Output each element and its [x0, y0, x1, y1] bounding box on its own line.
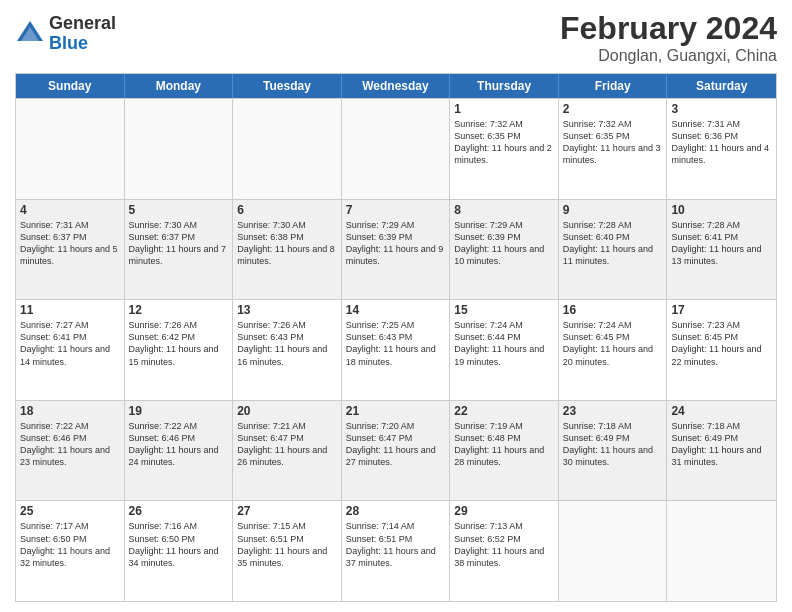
cell-info: Sunrise: 7:14 AM Sunset: 6:51 PM Dayligh… — [346, 520, 446, 569]
day-number: 17 — [671, 303, 772, 317]
cal-cell-5: 5Sunrise: 7:30 AM Sunset: 6:37 PM Daylig… — [125, 200, 234, 300]
cell-info: Sunrise: 7:32 AM Sunset: 6:35 PM Dayligh… — [454, 118, 554, 167]
day-number: 16 — [563, 303, 663, 317]
day-number: 28 — [346, 504, 446, 518]
day-number: 25 — [20, 504, 120, 518]
cell-info: Sunrise: 7:25 AM Sunset: 6:43 PM Dayligh… — [346, 319, 446, 368]
page: General Blue February 2024 Donglan, Guan… — [0, 0, 792, 612]
cal-cell-27: 27Sunrise: 7:15 AM Sunset: 6:51 PM Dayli… — [233, 501, 342, 601]
weekday-header-monday: Monday — [125, 74, 234, 98]
cal-cell-empty-4-5 — [559, 501, 668, 601]
cell-info: Sunrise: 7:32 AM Sunset: 6:35 PM Dayligh… — [563, 118, 663, 167]
cal-cell-26: 26Sunrise: 7:16 AM Sunset: 6:50 PM Dayli… — [125, 501, 234, 601]
weekday-header-thursday: Thursday — [450, 74, 559, 98]
cal-cell-20: 20Sunrise: 7:21 AM Sunset: 6:47 PM Dayli… — [233, 401, 342, 501]
cal-cell-3: 3Sunrise: 7:31 AM Sunset: 6:36 PM Daylig… — [667, 99, 776, 199]
calendar-row-1: 4Sunrise: 7:31 AM Sunset: 6:37 PM Daylig… — [16, 199, 776, 300]
cell-info: Sunrise: 7:20 AM Sunset: 6:47 PM Dayligh… — [346, 420, 446, 469]
cell-info: Sunrise: 7:29 AM Sunset: 6:39 PM Dayligh… — [454, 219, 554, 268]
cell-info: Sunrise: 7:16 AM Sunset: 6:50 PM Dayligh… — [129, 520, 229, 569]
calendar-body: 1Sunrise: 7:32 AM Sunset: 6:35 PM Daylig… — [16, 98, 776, 601]
cell-info: Sunrise: 7:21 AM Sunset: 6:47 PM Dayligh… — [237, 420, 337, 469]
cell-info: Sunrise: 7:26 AM Sunset: 6:43 PM Dayligh… — [237, 319, 337, 368]
cell-info: Sunrise: 7:31 AM Sunset: 6:37 PM Dayligh… — [20, 219, 120, 268]
cal-cell-7: 7Sunrise: 7:29 AM Sunset: 6:39 PM Daylig… — [342, 200, 451, 300]
title-month: February 2024 — [560, 10, 777, 47]
calendar-header: SundayMondayTuesdayWednesdayThursdayFrid… — [16, 74, 776, 98]
cell-info: Sunrise: 7:30 AM Sunset: 6:38 PM Dayligh… — [237, 219, 337, 268]
day-number: 9 — [563, 203, 663, 217]
calendar: SundayMondayTuesdayWednesdayThursdayFrid… — [15, 73, 777, 602]
day-number: 13 — [237, 303, 337, 317]
cal-cell-2: 2Sunrise: 7:32 AM Sunset: 6:35 PM Daylig… — [559, 99, 668, 199]
cal-cell-17: 17Sunrise: 7:23 AM Sunset: 6:45 PM Dayli… — [667, 300, 776, 400]
cell-info: Sunrise: 7:29 AM Sunset: 6:39 PM Dayligh… — [346, 219, 446, 268]
cal-cell-23: 23Sunrise: 7:18 AM Sunset: 6:49 PM Dayli… — [559, 401, 668, 501]
cal-cell-4: 4Sunrise: 7:31 AM Sunset: 6:37 PM Daylig… — [16, 200, 125, 300]
cal-cell-11: 11Sunrise: 7:27 AM Sunset: 6:41 PM Dayli… — [16, 300, 125, 400]
day-number: 3 — [671, 102, 772, 116]
day-number: 4 — [20, 203, 120, 217]
cell-info: Sunrise: 7:18 AM Sunset: 6:49 PM Dayligh… — [563, 420, 663, 469]
cell-info: Sunrise: 7:17 AM Sunset: 6:50 PM Dayligh… — [20, 520, 120, 569]
cell-info: Sunrise: 7:23 AM Sunset: 6:45 PM Dayligh… — [671, 319, 772, 368]
cal-cell-25: 25Sunrise: 7:17 AM Sunset: 6:50 PM Dayli… — [16, 501, 125, 601]
cal-cell-29: 29Sunrise: 7:13 AM Sunset: 6:52 PM Dayli… — [450, 501, 559, 601]
cal-cell-21: 21Sunrise: 7:20 AM Sunset: 6:47 PM Dayli… — [342, 401, 451, 501]
title-block: February 2024 Donglan, Guangxi, China — [560, 10, 777, 65]
weekday-header-tuesday: Tuesday — [233, 74, 342, 98]
cal-cell-9: 9Sunrise: 7:28 AM Sunset: 6:40 PM Daylig… — [559, 200, 668, 300]
cal-cell-22: 22Sunrise: 7:19 AM Sunset: 6:48 PM Dayli… — [450, 401, 559, 501]
calendar-row-4: 25Sunrise: 7:17 AM Sunset: 6:50 PM Dayli… — [16, 500, 776, 601]
cell-info: Sunrise: 7:15 AM Sunset: 6:51 PM Dayligh… — [237, 520, 337, 569]
day-number: 5 — [129, 203, 229, 217]
cal-cell-empty-0-3 — [342, 99, 451, 199]
cal-cell-28: 28Sunrise: 7:14 AM Sunset: 6:51 PM Dayli… — [342, 501, 451, 601]
weekday-header-saturday: Saturday — [667, 74, 776, 98]
header: General Blue February 2024 Donglan, Guan… — [15, 10, 777, 65]
cal-cell-19: 19Sunrise: 7:22 AM Sunset: 6:46 PM Dayli… — [125, 401, 234, 501]
logo-blue-text: Blue — [49, 34, 116, 54]
day-number: 11 — [20, 303, 120, 317]
day-number: 12 — [129, 303, 229, 317]
cell-info: Sunrise: 7:24 AM Sunset: 6:45 PM Dayligh… — [563, 319, 663, 368]
cal-cell-10: 10Sunrise: 7:28 AM Sunset: 6:41 PM Dayli… — [667, 200, 776, 300]
cal-cell-8: 8Sunrise: 7:29 AM Sunset: 6:39 PM Daylig… — [450, 200, 559, 300]
cal-cell-16: 16Sunrise: 7:24 AM Sunset: 6:45 PM Dayli… — [559, 300, 668, 400]
cell-info: Sunrise: 7:28 AM Sunset: 6:41 PM Dayligh… — [671, 219, 772, 268]
cell-info: Sunrise: 7:18 AM Sunset: 6:49 PM Dayligh… — [671, 420, 772, 469]
cal-cell-6: 6Sunrise: 7:30 AM Sunset: 6:38 PM Daylig… — [233, 200, 342, 300]
day-number: 20 — [237, 404, 337, 418]
day-number: 27 — [237, 504, 337, 518]
day-number: 6 — [237, 203, 337, 217]
cal-cell-12: 12Sunrise: 7:26 AM Sunset: 6:42 PM Dayli… — [125, 300, 234, 400]
cal-cell-15: 15Sunrise: 7:24 AM Sunset: 6:44 PM Dayli… — [450, 300, 559, 400]
title-location: Donglan, Guangxi, China — [560, 47, 777, 65]
cal-cell-empty-4-6 — [667, 501, 776, 601]
day-number: 10 — [671, 203, 772, 217]
cell-info: Sunrise: 7:24 AM Sunset: 6:44 PM Dayligh… — [454, 319, 554, 368]
day-number: 18 — [20, 404, 120, 418]
day-number: 14 — [346, 303, 446, 317]
cell-info: Sunrise: 7:22 AM Sunset: 6:46 PM Dayligh… — [20, 420, 120, 469]
day-number: 7 — [346, 203, 446, 217]
day-number: 29 — [454, 504, 554, 518]
cal-cell-empty-0-2 — [233, 99, 342, 199]
cal-cell-empty-0-1 — [125, 99, 234, 199]
cal-cell-18: 18Sunrise: 7:22 AM Sunset: 6:46 PM Dayli… — [16, 401, 125, 501]
cal-cell-14: 14Sunrise: 7:25 AM Sunset: 6:43 PM Dayli… — [342, 300, 451, 400]
logo-general-text: General — [49, 14, 116, 34]
cell-info: Sunrise: 7:28 AM Sunset: 6:40 PM Dayligh… — [563, 219, 663, 268]
cal-cell-13: 13Sunrise: 7:26 AM Sunset: 6:43 PM Dayli… — [233, 300, 342, 400]
day-number: 23 — [563, 404, 663, 418]
day-number: 26 — [129, 504, 229, 518]
cell-info: Sunrise: 7:22 AM Sunset: 6:46 PM Dayligh… — [129, 420, 229, 469]
day-number: 22 — [454, 404, 554, 418]
cell-info: Sunrise: 7:19 AM Sunset: 6:48 PM Dayligh… — [454, 420, 554, 469]
logo-icon — [15, 19, 45, 49]
day-number: 8 — [454, 203, 554, 217]
weekday-header-sunday: Sunday — [16, 74, 125, 98]
day-number: 1 — [454, 102, 554, 116]
cal-cell-24: 24Sunrise: 7:18 AM Sunset: 6:49 PM Dayli… — [667, 401, 776, 501]
cal-cell-empty-0-0 — [16, 99, 125, 199]
